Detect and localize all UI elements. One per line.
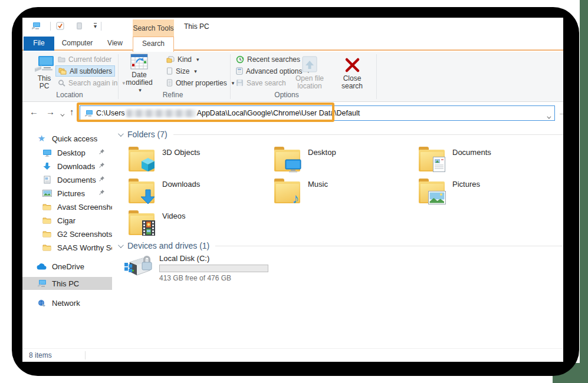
section-rule — [215, 246, 563, 246]
close-search-label: Close search — [339, 75, 366, 90]
collapse-chevron-icon[interactable] — [118, 131, 124, 137]
sidebar-item-cigar[interactable]: Cigar — [22, 214, 112, 227]
search-again-in-label: Search again in — [68, 79, 117, 87]
quick-access-star-icon: ★ — [37, 134, 47, 143]
folder-tile-videos[interactable]: Videos — [129, 210, 267, 238]
tab-view[interactable]: View — [100, 37, 130, 51]
ribbon-group-separator — [376, 54, 377, 99]
local-disk-icon — [124, 254, 153, 282]
this-pc-scope-label: This PC — [32, 75, 56, 90]
collapse-chevron-icon[interactable] — [118, 242, 124, 248]
address-bar-row: ← → ↑ C:\UsersAppData\Local\Google\Chrom… — [22, 102, 563, 124]
date-modified-label: Date modified — [123, 71, 156, 87]
sidebar-item-this-pc[interactable]: This PC — [22, 277, 112, 290]
size-label: Size — [176, 67, 189, 75]
sidebar-item-g2-screenshots[interactable]: G2 Screenshots — [22, 227, 112, 240]
sidebar-item-saas-worthy-screenshots[interactable]: SAAS Worthy Screensh — [22, 241, 112, 254]
devices-section-header[interactable]: Devices and drives (1) — [116, 240, 563, 251]
folders-header-label: Folders (7) — [127, 130, 167, 139]
other-properties-button[interactable]: Other properties — [164, 77, 236, 88]
sidebar-item-onedrive[interactable]: OneDrive — [22, 260, 112, 273]
location-group-label: Location — [40, 91, 99, 99]
title-bar: ▾ Search Tools This PC — [22, 18, 563, 37]
qat-properties-icon[interactable] — [74, 21, 84, 31]
this-pc-icon — [31, 21, 41, 31]
sidebar-item-downloads[interactable]: Downloads — [22, 160, 112, 173]
open-file-location-label: Open file location — [290, 75, 329, 90]
this-pc-icon — [37, 279, 47, 288]
sidebar-item-network[interactable]: Network — [22, 296, 112, 309]
forward-button[interactable]: → — [46, 107, 55, 117]
save-search-label: Save search — [247, 79, 286, 87]
3d-objects-folder-icon — [129, 150, 155, 171]
refine-group-label: Refine — [140, 91, 205, 99]
close-search-button[interactable]: Close search — [335, 53, 369, 91]
other-properties-label: Other properties — [176, 79, 227, 87]
address-dropdown-icon[interactable] — [547, 111, 550, 121]
folder-tile-pictures[interactable]: Pictures — [419, 178, 557, 206]
navigation-pane: ★ Quick access Desktop Downloads Documen… — [22, 124, 114, 348]
search-again-in-button[interactable]: Search again in — [55, 77, 127, 88]
folder-icon — [42, 216, 52, 225]
page-background-right — [580, 0, 588, 383]
options-group-label: Options — [251, 91, 322, 99]
qat-customize-dropdown-icon[interactable]: ▾ — [94, 23, 97, 29]
videos-folder-icon — [129, 213, 155, 235]
up-button[interactable]: ↑ — [70, 107, 74, 117]
sidebar-item-quick-access[interactable]: ★ Quick access — [22, 132, 112, 145]
disk-usage-bar — [159, 265, 268, 272]
sidebar-item-pictures[interactable]: Pictures — [22, 187, 112, 200]
recent-locations-dropdown-icon[interactable] — [60, 108, 63, 118]
tab-file[interactable]: File — [24, 37, 54, 51]
downloads-folder-icon — [129, 181, 155, 203]
pin-icon — [98, 189, 105, 196]
folder-icon — [42, 202, 52, 212]
search-tools-contextual-tab[interactable]: Search Tools — [133, 19, 174, 37]
drive-tile-local-disk-c[interactable]: Local Disk (C:) 413 GB free of 476 GB — [124, 254, 268, 282]
folder-tile-music[interactable]: ♪ Music — [274, 178, 413, 206]
network-icon — [37, 298, 47, 308]
devices-header-label: Devices and drives (1) — [127, 241, 209, 250]
this-pc-monitor-icon — [34, 53, 54, 73]
kind-button[interactable]: Kind — [164, 54, 202, 65]
drive-free-space: 413 GB free of 476 GB — [159, 274, 268, 282]
desktop-folder-icon — [274, 150, 300, 171]
open-file-location-icon — [301, 53, 318, 73]
address-input[interactable]: C:\UsersAppData\Local\Google\Chrome\User… — [80, 105, 555, 121]
quick-access-toolbar: ▾ — [31, 21, 101, 31]
music-folder-icon: ♪ — [274, 181, 300, 203]
folder-tile-desktop[interactable]: Desktop — [274, 146, 413, 174]
drive-name: Local Disk (C:) — [159, 254, 268, 263]
explorer-body: ★ Quick access Desktop Downloads Documen… — [22, 124, 563, 348]
all-subfolders-button[interactable]: All subfolders — [55, 65, 115, 77]
folder-tile-documents[interactable]: Documents — [419, 146, 557, 174]
sidebar-item-documents[interactable]: Documents — [22, 173, 112, 186]
tab-search[interactable]: Search — [133, 37, 174, 52]
window-title: This PC — [184, 22, 209, 31]
music-note-glyph: ♪ — [292, 192, 299, 206]
save-search-button[interactable]: Save search — [234, 77, 288, 88]
close-search-x-icon — [344, 53, 360, 73]
sidebar-item-desktop[interactable]: Desktop — [22, 146, 112, 159]
folder-tile-downloads[interactable]: Downloads — [129, 178, 267, 206]
go-to-button[interactable]: → — [558, 107, 563, 117]
tab-computer[interactable]: Computer — [57, 37, 98, 51]
sidebar-item-avast-screenshots[interactable]: Avast Screenshots — [22, 200, 112, 213]
size-button[interactable]: Size — [164, 65, 199, 77]
address-path: C:\UsersAppData\Local\Google\Chrome\User… — [96, 109, 360, 117]
open-file-location-button[interactable]: Open file location — [289, 53, 330, 91]
current-folder-button[interactable]: Current folder — [55, 54, 114, 65]
qat-check-icon[interactable] — [55, 21, 65, 31]
folders-section-header[interactable]: Folders (7) — [116, 129, 563, 140]
date-modified-button[interactable]: Date modified — [120, 53, 158, 91]
folder-tile-3d-objects[interactable]: 3D Objects — [129, 146, 267, 174]
current-folder-label: Current folder — [68, 55, 111, 64]
window-frame: ▾ Search Tools This PC File Computer Vie… — [12, 7, 579, 376]
address-path-suffix: AppData\Local\Google\Chrome\User Data\De… — [197, 109, 360, 117]
pictures-folder-icon — [419, 181, 445, 203]
calendar-icon — [130, 53, 148, 70]
qat-separator — [101, 22, 101, 31]
back-button[interactable]: ← — [29, 107, 38, 117]
section-rule — [173, 134, 563, 135]
desktop-icon — [42, 148, 52, 157]
